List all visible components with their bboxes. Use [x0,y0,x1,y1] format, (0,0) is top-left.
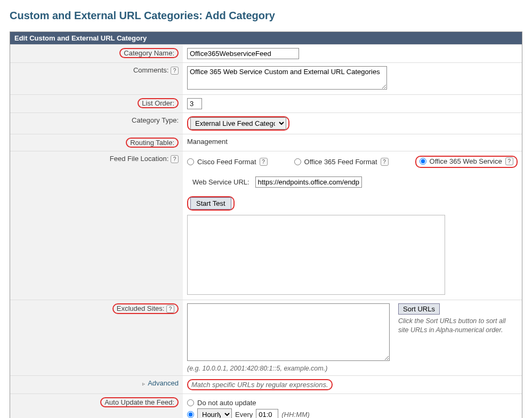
routing-table-value: Management [187,138,228,146]
label-category-type: Category Type: [132,116,179,124]
help-icon[interactable]: ? [260,158,268,166]
excluded-sites-hint: (e.g. 10.0.0.1, 2001:420:80:1::5, exampl… [187,365,390,372]
label-list-order: List Order: [138,98,179,108]
help-icon[interactable]: ? [505,157,513,165]
radio-cisco-feed-label: Cisco Feed Format [197,158,256,166]
help-icon[interactable]: ? [171,67,179,75]
excluded-sites-textarea[interactable] [187,303,390,361]
category-name-input[interactable] [187,48,299,59]
auto-update-hhmm-input[interactable] [256,409,278,418]
advanced-toggle[interactable]: ▹ Advanced [142,379,179,387]
radio-o365-feed[interactable] [294,158,301,165]
form-table: Category Name: Comments: ? Office 365 We… [10,44,522,418]
radio-cisco-feed[interactable] [187,158,194,165]
label-auto-update: Auto Update the Feed: [100,397,179,407]
feed-test-results[interactable] [187,215,445,295]
advanced-description: Match specific URLs by regular expressio… [191,381,328,389]
radio-o365-ws-label: Office 365 Web Service [430,157,502,165]
help-icon[interactable]: ? [171,155,179,163]
help-icon[interactable]: ? [166,305,174,313]
category-type-select[interactable]: External Live Feed Category [190,117,286,130]
edit-panel: Edit Custom and External URL Category Ca… [10,31,522,418]
label-feed-location: Feed File Location: [110,155,169,163]
radio-o365-ws[interactable] [420,158,426,165]
label-excluded-sites: Excluded Sites: [117,304,165,312]
comments-textarea[interactable]: Office 365 Web Service Custom and Extern… [187,66,387,90]
panel-header: Edit Custom and External URL Category [10,32,522,44]
label-web-service-url: Web Service URL: [192,178,249,186]
label-category-name: Category Name: [119,48,179,58]
auto-update-interval-select[interactable]: Hourly [197,408,232,418]
help-icon[interactable]: ? [381,158,389,166]
feed-format-radios: Cisco Feed Format ? Office 365 Feed Form… [187,156,518,168]
radio-auto-update-interval[interactable] [187,411,194,418]
label-comments: Comments: [133,66,168,74]
page-title: Custom and External URL Categories: Add … [10,10,522,22]
label-advanced: Advanced [148,379,179,387]
label-routing-table: Routing Table: [126,138,179,148]
start-test-button[interactable]: Start Test [190,197,231,210]
radio-o365-feed-label: Office 365 Feed Format [304,158,377,166]
label-every: Every [235,411,253,418]
sort-urls-desc: Click the Sort URLs button to sort all s… [398,317,510,335]
radio-do-not-auto-update-label: Do not auto update [197,399,256,407]
sort-urls-button[interactable]: Sort URLs [398,303,440,315]
hhmm-hint: (HH:MM) [281,411,310,418]
radio-do-not-auto-update[interactable] [187,399,194,406]
web-service-url-input[interactable] [255,176,362,188]
chevron-right-icon: ▹ [142,381,145,387]
list-order-input[interactable] [187,98,202,109]
